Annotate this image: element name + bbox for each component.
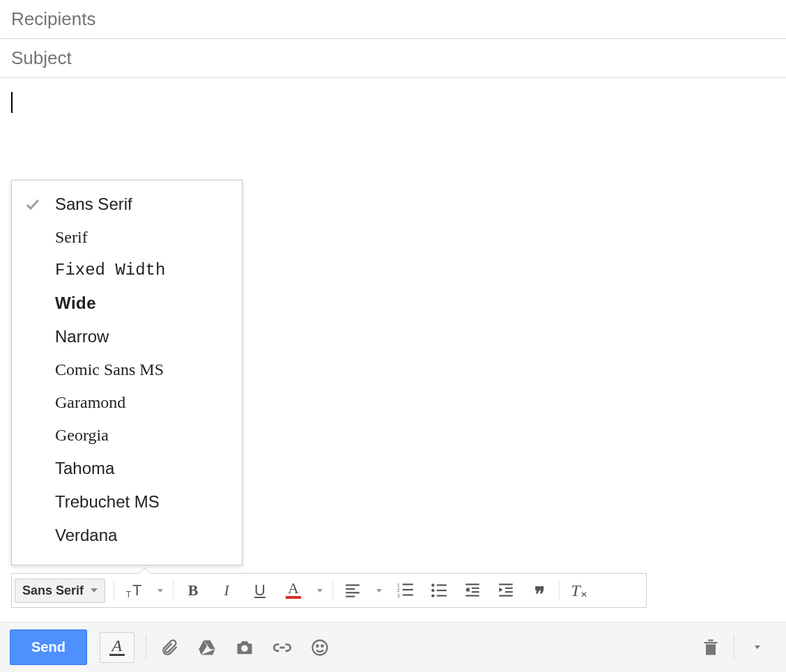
font-select[interactable]: Sans Serif (15, 579, 105, 603)
attach-file-button[interactable] (151, 631, 188, 664)
font-option-serif[interactable]: Serif (12, 221, 242, 254)
svg-point-34 (321, 645, 323, 646)
text-caret (11, 92, 13, 113)
remove-formatting-icon: T✕ (571, 581, 587, 600)
subject-field[interactable] (0, 39, 786, 78)
svg-point-14 (431, 594, 434, 597)
separator (332, 580, 333, 601)
text-size-icon: TT (126, 581, 142, 600)
link-icon (272, 638, 292, 657)
compose-action-bar: Send A (0, 622, 786, 672)
font-menu[interactable]: Sans SerifSerifFixed WidthWideNarrowComi… (11, 180, 242, 565)
separator (559, 580, 560, 601)
svg-rect-11 (437, 584, 447, 586)
insert-link-button[interactable] (263, 631, 301, 664)
font-option-fixed-width[interactable]: Fixed Width (12, 254, 242, 287)
underline-button[interactable]: U (245, 576, 275, 604)
bold-button[interactable]: B (178, 576, 208, 604)
toolbar-pointer (139, 567, 151, 574)
font-select-label: Sans Serif (22, 583, 84, 598)
indent-less-icon (463, 581, 481, 600)
align-button[interactable] (337, 576, 368, 604)
text-color-dropdown[interactable] (311, 576, 328, 604)
italic-button[interactable]: I (211, 576, 242, 604)
text-color-button[interactable]: A (278, 576, 309, 604)
svg-rect-7 (403, 589, 413, 590)
font-option-label: Narrow (55, 327, 109, 346)
svg-rect-5 (403, 583, 413, 585)
font-option-label: Georgia (55, 426, 109, 445)
font-option-trebuchet-ms[interactable]: Trebuchet MS (12, 485, 242, 519)
svg-rect-19 (465, 595, 479, 597)
font-size-dropdown[interactable] (152, 576, 169, 604)
font-option-label: Verdana (55, 526, 117, 545)
bulleted-list-icon (430, 581, 448, 600)
font-option-verdana[interactable]: Verdana (12, 519, 242, 552)
font-option-label: Garamond (55, 393, 125, 412)
font-option-garamond[interactable]: Garamond (12, 386, 242, 419)
align-left-icon (344, 581, 362, 600)
formatting-icon: A (112, 639, 123, 652)
italic-icon: I (224, 581, 229, 600)
svg-rect-23 (499, 583, 513, 585)
font-option-label: Trebuchet MS (55, 492, 160, 512)
send-button[interactable]: Send (10, 629, 87, 665)
quote-button[interactable]: ❞ (524, 576, 555, 604)
more-options-button[interactable] (739, 631, 776, 664)
indent-more-icon (497, 581, 515, 600)
svg-rect-37 (709, 639, 714, 641)
numbered-list-icon: 1 2 3 (396, 581, 415, 600)
insert-drive-button[interactable] (188, 631, 226, 664)
font-option-sans-serif[interactable]: Sans Serif (12, 188, 242, 221)
recipients-field[interactable] (0, 0, 786, 39)
bulleted-list-button[interactable] (424, 576, 454, 604)
svg-rect-24 (505, 588, 513, 589)
separator (114, 580, 114, 601)
svg-rect-26 (499, 595, 513, 597)
insert-emoji-button[interactable] (301, 631, 339, 664)
font-option-label: Comic Sans MS (55, 360, 164, 379)
svg-marker-27 (499, 588, 502, 593)
chevron-down-icon (376, 589, 382, 593)
underline-icon: U (254, 581, 265, 600)
bold-icon: B (188, 581, 199, 600)
discard-draft-button[interactable] (692, 631, 730, 664)
separator (146, 636, 146, 659)
font-option-comic-sans-ms[interactable]: Comic Sans MS (12, 353, 242, 386)
svg-rect-17 (472, 588, 479, 589)
chevron-down-icon (755, 646, 760, 649)
align-dropdown[interactable] (371, 576, 387, 604)
quote-icon: ❞ (534, 590, 545, 600)
font-option-narrow[interactable]: Narrow (12, 320, 242, 353)
toggle-formatting-button[interactable]: A (100, 632, 134, 663)
font-option-georgia[interactable]: Georgia (12, 419, 242, 452)
indent-more-button[interactable] (491, 576, 521, 604)
indent-less-button[interactable] (457, 576, 488, 604)
svg-rect-25 (505, 591, 513, 593)
trash-icon (701, 638, 720, 657)
svg-point-10 (431, 583, 434, 586)
insert-photo-button[interactable] (226, 631, 263, 664)
font-option-label: Serif (55, 228, 88, 247)
svg-point-33 (316, 645, 318, 646)
svg-text:2: 2 (397, 588, 400, 593)
svg-rect-36 (704, 641, 718, 643)
separator (173, 580, 174, 601)
remove-formatting-button[interactable]: T✕ (564, 576, 594, 604)
svg-text:3: 3 (397, 593, 400, 598)
svg-point-32 (312, 640, 327, 655)
font-option-label: Sans Serif (55, 194, 132, 214)
font-size-button[interactable]: TT (118, 576, 149, 604)
svg-point-12 (431, 589, 434, 592)
font-option-label: Wide (55, 293, 96, 313)
numbered-list-button[interactable]: 1 2 3 (390, 576, 421, 604)
drive-icon (197, 638, 217, 657)
svg-rect-18 (472, 591, 479, 593)
svg-point-31 (241, 645, 247, 651)
font-option-tahoma[interactable]: Tahoma (12, 452, 242, 485)
font-option-label: Tahoma (55, 459, 114, 478)
paperclip-icon (160, 638, 179, 657)
font-option-wide[interactable]: Wide (12, 287, 242, 320)
emoji-icon (310, 638, 330, 657)
formatting-toolbar: Sans Serif TT B I U A 1 (11, 573, 647, 608)
